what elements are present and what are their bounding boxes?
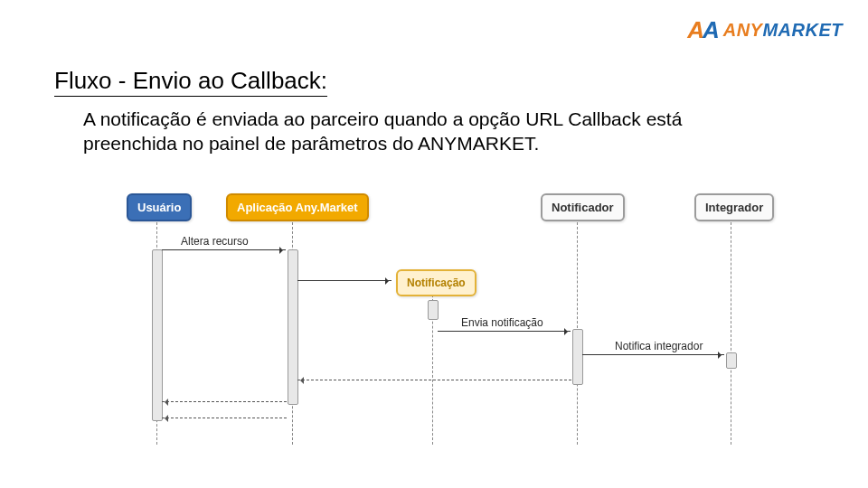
return-app-usuario-1 — [162, 401, 287, 402]
lifeline-integrador — [731, 222, 731, 445]
arrow-altera-recurso — [162, 249, 286, 250]
sequence-diagram: Usuário Aplicação Any.Market Notificador… — [116, 186, 803, 457]
brand-mark-v: A — [703, 16, 718, 43]
page-description: A notificação é enviada ao parceiro quan… — [83, 107, 769, 156]
brand-word-market: MARKET — [762, 20, 843, 40]
brand-wordmark: ANYMARKET — [723, 20, 843, 41]
participant-usuario: Usuário — [127, 193, 192, 221]
brand-logo: AA ANYMARKET — [687, 16, 843, 44]
msg-envia-notificacao: Envia notificação — [461, 316, 543, 329]
participant-app: Aplicação Any.Market — [226, 193, 369, 221]
return-app-usuario-2 — [162, 418, 287, 418]
msg-altera-recurso: Altera recurso — [181, 235, 249, 248]
brand-mark: AA — [687, 16, 718, 44]
arrow-envia-notificacao — [438, 331, 571, 332]
activation-usuario — [152, 249, 163, 421]
brand-word-any: ANY — [723, 20, 763, 40]
activation-notificacao — [428, 300, 439, 320]
arrow-notifica-integrador — [582, 354, 724, 355]
activation-notificador — [572, 329, 583, 385]
arrow-create-notificacao — [297, 280, 392, 281]
participant-notificador: Notificador — [541, 193, 625, 221]
participant-integrador: Integrador — [694, 193, 774, 221]
participant-notificacao: Notificação — [396, 269, 476, 296]
activation-integrador — [726, 352, 737, 369]
brand-mark-a: A — [687, 16, 703, 43]
return-notificador-app — [297, 380, 571, 380]
page-title: Fluxo - Envio ao Callback: — [54, 67, 327, 97]
msg-notifica-integrador: Notifica integrador — [615, 340, 703, 352]
